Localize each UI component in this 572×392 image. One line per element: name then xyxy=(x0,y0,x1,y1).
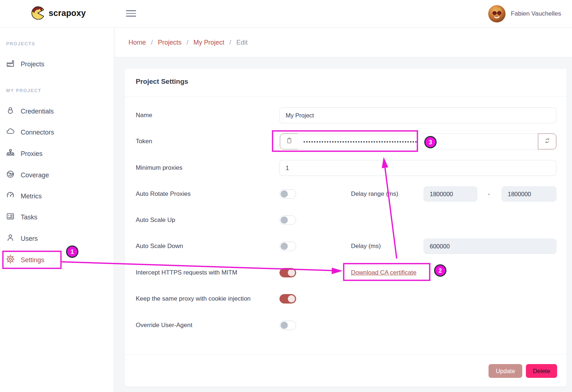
delete-button[interactable]: Delete xyxy=(526,364,557,378)
sidebar-section-my-project: MY PROJECT xyxy=(0,88,41,93)
min-proxies-input[interactable] xyxy=(279,160,556,176)
sidebar-item-tasks[interactable]: Tasks xyxy=(0,209,114,225)
auto-scale-down-label: Auto Scale Down xyxy=(136,243,183,250)
auto-rotate-toggle[interactable] xyxy=(279,189,296,199)
clipboard-icon xyxy=(285,137,293,146)
refresh-icon xyxy=(543,137,551,146)
delay-input xyxy=(424,239,556,254)
auto-scale-up-label: Auto Scale Up xyxy=(136,216,175,224)
cloud-icon xyxy=(6,127,15,138)
download-ca-certificate-link[interactable]: Download CA certificate xyxy=(351,269,416,276)
pacman-logo-icon xyxy=(30,5,45,21)
sidebar-item-label: Metrics xyxy=(21,193,42,200)
sidebar-item-label: Coverage xyxy=(21,172,49,179)
auto-rotate-label: Auto Rotate Proxies xyxy=(136,190,191,198)
person-icon xyxy=(6,233,15,244)
sidebar-item-label: Users xyxy=(21,235,38,243)
auto-scale-down-toggle[interactable] xyxy=(279,242,296,251)
brand-name: scrapoxy xyxy=(49,8,86,18)
delay-range-min-input xyxy=(424,186,477,202)
avatar xyxy=(488,5,506,22)
sidebar: PROJECTS Projects MY PROJECT Credentials… xyxy=(0,0,114,392)
hamburger-menu-icon[interactable] xyxy=(126,9,136,18)
page-root: scrapoxy Fabien Vauchelles xyxy=(0,0,572,392)
task-list-icon xyxy=(6,212,15,223)
cookie-toggle[interactable] xyxy=(279,294,296,304)
sidebar-item-label: Connectors xyxy=(21,129,54,136)
breadcrumb: Home / Projects / My Project / Edit xyxy=(115,28,572,57)
breadcrumb-projects[interactable]: Projects xyxy=(158,39,181,46)
auto-scale-up-toggle[interactable] xyxy=(279,215,296,225)
cookie-label: Keep the same proxy with cookie injectio… xyxy=(136,295,251,302)
breadcrumb-current: Edit xyxy=(236,39,248,46)
lock-icon xyxy=(6,106,15,117)
min-proxies-label: Minimum proxies xyxy=(136,164,182,172)
card-footer-divider xyxy=(125,354,567,355)
delay-range-max-input xyxy=(502,186,556,202)
sidebar-item-projects[interactable]: Projects xyxy=(0,56,114,72)
token-masked-value[interactable]: ••••••••••••••••••••••••••••••••••••••••… xyxy=(298,133,538,149)
mitm-label: Intercept HTTPS requests with MITM xyxy=(136,269,237,276)
user-name: Fabien Vauchelles xyxy=(511,10,561,17)
sidebar-item-connectors[interactable]: Connectors xyxy=(0,124,114,140)
breadcrumb-my-project[interactable]: My Project xyxy=(193,39,224,46)
project-settings-card: Project Settings Name Token ••••••••••••… xyxy=(125,69,567,387)
breadcrumb-separator: / xyxy=(229,39,231,46)
sidebar-item-metrics[interactable]: Metrics xyxy=(0,188,114,204)
name-label: Name xyxy=(136,112,152,119)
token-label: Token xyxy=(136,138,152,145)
factory-icon xyxy=(6,59,15,70)
sidebar-item-credentials[interactable]: Credentials xyxy=(0,103,114,119)
copy-token-button[interactable] xyxy=(280,133,298,149)
delay-range-separator: - xyxy=(488,190,490,198)
sidebar-item-proxies[interactable]: Proxies xyxy=(0,146,114,162)
globe-icon xyxy=(6,170,15,181)
gear-icon xyxy=(6,255,15,265)
breadcrumb-separator: / xyxy=(187,39,188,46)
breadcrumb-separator: / xyxy=(151,39,153,46)
sidebar-item-label: Settings xyxy=(21,256,44,264)
card-title: Project Settings xyxy=(136,78,188,86)
delay-range-label: Delay range (ms) xyxy=(351,190,398,198)
sitemap-icon xyxy=(6,148,15,159)
renew-token-button[interactable] xyxy=(538,133,556,149)
name-input[interactable] xyxy=(279,107,556,123)
user-agent-toggle[interactable] xyxy=(279,321,296,330)
delay-label: Delay (ms) xyxy=(351,243,381,250)
user-agent-label: Override User-Agent xyxy=(136,322,192,329)
sidebar-section-projects: PROJECTS xyxy=(0,41,35,46)
breadcrumb-home[interactable]: Home xyxy=(128,39,146,46)
sidebar-item-settings[interactable]: Settings xyxy=(0,252,114,268)
sidebar-item-coverage[interactable]: Coverage xyxy=(0,167,114,183)
brand-logo[interactable]: scrapoxy xyxy=(30,5,86,21)
update-button[interactable]: Update xyxy=(489,364,522,378)
gauge-icon xyxy=(6,191,15,202)
top-bar: scrapoxy Fabien Vauchelles xyxy=(0,0,572,28)
mitm-toggle[interactable] xyxy=(279,268,296,277)
sidebar-item-label: Credentials xyxy=(21,108,54,115)
sidebar-item-label: Tasks xyxy=(21,214,37,221)
sidebar-item-users[interactable]: Users xyxy=(0,231,114,247)
card-divider xyxy=(125,96,567,96)
user-menu[interactable]: Fabien Vauchelles xyxy=(488,5,561,22)
sidebar-item-label: Projects xyxy=(21,61,44,68)
sidebar-item-label: Proxies xyxy=(21,150,42,158)
